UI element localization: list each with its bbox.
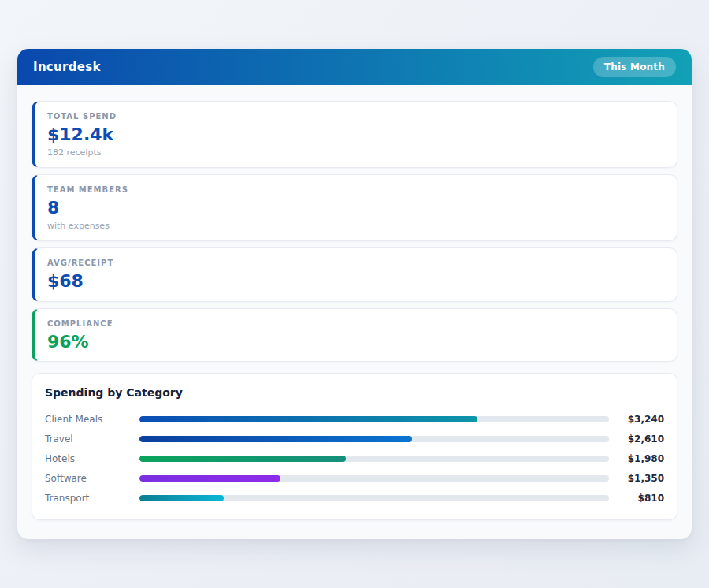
stat-card-total-spend: TOTAL SPEND $12.4k 182 receipts: [32, 101, 677, 168]
bar-track: [139, 456, 609, 462]
stat-card-compliance: COMPLIANCE 96%: [32, 308, 677, 362]
stat-value: $12.4k: [47, 125, 664, 144]
period-badge-button[interactable]: This Month: [593, 57, 676, 77]
stat-caption: with expenses: [47, 221, 664, 231]
chart-row: Client Meals $3,240: [45, 410, 664, 430]
category-value: $1,350: [609, 473, 664, 484]
chart-row: Transport $810: [45, 489, 664, 508]
stat-label: AVG/RECEIPT: [47, 259, 664, 267]
stat-label: TEAM MEMBERS: [47, 185, 664, 194]
bar-track: [139, 475, 609, 482]
chart-row: Hotels $1,980: [45, 449, 664, 469]
app-title: Incurdesk: [33, 60, 101, 74]
stat-caption: 182 receipts: [47, 147, 664, 158]
chart-row: Travel $2,610: [45, 430, 664, 449]
category-label: Client Meals: [45, 414, 139, 425]
app-header: Incurdesk This Month: [17, 49, 692, 85]
chart-row: Software $1,350: [45, 469, 664, 489]
category-label: Hotels: [45, 453, 139, 464]
category-value: $2,610: [609, 434, 664, 445]
category-value: $1,980: [609, 453, 664, 464]
category-label: Transport: [45, 493, 139, 504]
incurdesk-panel: Incurdesk This Month TOTAL SPEND $12.4k …: [17, 49, 692, 539]
category-label: Software: [45, 473, 139, 484]
stat-value: $68: [47, 272, 664, 291]
chart-title: Spending by Category: [45, 386, 664, 399]
bar-track: [139, 436, 609, 442]
bar-track: [139, 416, 609, 422]
bar-fill: [139, 475, 280, 482]
stat-label: COMPLIANCE: [47, 319, 664, 328]
stat-value: 8: [47, 199, 664, 218]
bar-track: [139, 495, 609, 501]
category-value: $3,240: [609, 414, 664, 425]
bar-fill: [139, 456, 346, 462]
category-value: $810: [609, 493, 664, 504]
category-label: Travel: [45, 434, 139, 445]
bar-fill: [139, 416, 477, 422]
stat-label: TOTAL SPEND: [47, 112, 664, 121]
stat-value: 96%: [47, 333, 664, 352]
panel-body: TOTAL SPEND $12.4k 182 receipts TEAM MEM…: [17, 85, 692, 539]
bar-fill: [139, 495, 224, 501]
stats-section: TOTAL SPEND $12.4k 182 receipts TEAM MEM…: [32, 101, 677, 362]
stat-card-team-members: TEAM MEMBERS 8 with expenses: [32, 174, 677, 241]
stat-card-avg-receipt: AVG/RECEIPT $68: [32, 247, 677, 301]
spending-by-category-card: Spending by Category Client Meals $3,240…: [32, 373, 677, 520]
chart-rows: Client Meals $3,240 Travel $2,610 Hotels…: [45, 410, 664, 508]
bar-fill: [139, 436, 412, 442]
